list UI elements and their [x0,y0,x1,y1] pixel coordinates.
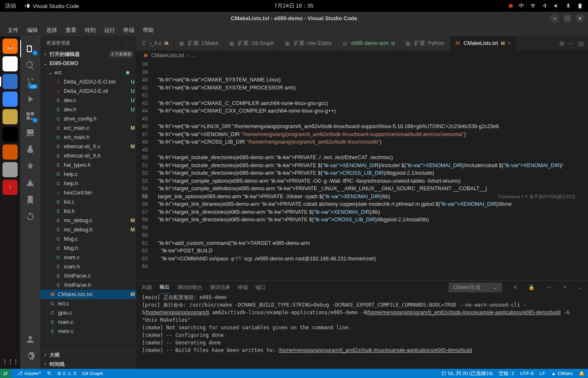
tab-扩展: CMake[interactable]: ⊞扩展: CMake [174,36,224,50]
menu-查看[interactable]: 查看 [62,26,80,35]
git-graph-button[interactable]: Git Graph [82,371,103,376]
indentation[interactable]: 空格: 2 [499,370,514,377]
menu-运行[interactable]: 运行 [101,26,118,35]
tab-扩展: Git Graph[interactable]: ⊞扩展: Git Graph [224,36,280,50]
outline-section[interactable]: › 大纲 [40,350,136,360]
launcher-app3[interactable] [3,144,18,160]
cursor-position[interactable]: 行 55, 列 20 (已选择19) [441,370,493,377]
launcher-editor[interactable] [3,92,18,107]
activity-explorer[interactable]: 1 [20,40,40,57]
panel-tab-调试控制台[interactable]: 调试控制台 [177,281,202,294]
encoding[interactable]: UTF-8 [520,371,534,376]
panel-tab-端口[interactable]: 端口 [255,281,265,294]
launcher-chrome[interactable] [3,56,18,71]
activity-account[interactable] [20,331,40,348]
activity-bookmark[interactable] [20,192,40,208]
open-editors-section[interactable]: › 打开的编辑器 1 个未保存 [40,50,136,59]
maximize-button[interactable]: □ [563,13,572,23]
file-drive_config.h[interactable]: Cdrive_config.h [40,114,136,123]
system-clock[interactable]: 7月24日 18：35 [79,2,509,10]
activity-scm[interactable]: 139 [20,74,40,91]
tab-i_X.c[interactable]: Ci_X.cM [136,36,174,50]
file-ect_main.c[interactable]: Cect_main.cM [40,123,136,133]
file-help.h[interactable]: Chelp.h [40,179,136,188]
panel-tab-终端[interactable]: 终端 [238,281,248,294]
activity-debug[interactable] [20,91,40,108]
file-XmlParse.c[interactable]: CXmlParse.c [40,271,136,281]
mic-icon[interactable] [565,3,571,9]
launcher-app1[interactable] [3,109,18,124]
remote-indicator[interactable]: ⇄ [0,369,11,378]
menu-转到[interactable]: 转到 [81,26,99,35]
file-list.c[interactable]: Clist.c [40,197,136,207]
timeline-section[interactable]: › 时间线 [40,360,136,369]
folder-ect[interactable]: ⌄ ect [40,68,136,77]
problems-count[interactable]: ⊘ 0 ⚠ 0 [57,370,76,376]
launcher-app2[interactable] [3,127,18,142]
file-hexConf.bin[interactable]: ≡hexConf.bin [40,188,136,197]
file-XmlParse.h[interactable]: CXmlParse.h [40,281,136,290]
activity-ai[interactable] [20,158,40,175]
file-gpio.c[interactable]: Cgpio.c [40,308,136,318]
file-mem.c[interactable]: Cmem.c [40,327,136,336]
panel-tab-测试结果[interactable]: 测试结果 [210,281,230,294]
activity-remote[interactable] [20,124,40,141]
panel-tab-问题[interactable]: 问题 [142,281,152,294]
file-main.c[interactable]: Cmain.c [40,318,136,327]
activity-testing[interactable] [20,141,40,158]
menu-终端[interactable]: 终端 [120,26,138,35]
output-body[interactable]: [main] 正在配置项目: e085-demo [proc] 执行命令: /u… [136,294,588,369]
menu-帮助[interactable]: 帮助 [139,26,157,35]
more-icon[interactable]: ⋯ [546,284,551,290]
wifi-icon[interactable] [530,3,536,9]
activity-settings[interactable] [20,348,40,365]
launcher-files[interactable] [3,162,18,177]
eol[interactable]: LF [540,371,545,376]
sync-button[interactable]: ↻ [47,370,51,376]
file-hal_types.h[interactable]: Chal_types.h [40,160,136,170]
file-Delta_ASDA2-E.xti[interactable]: ≡Delta_ASDA2-E.xtiU [40,87,136,96]
list-icon[interactable]: ≡ [514,284,517,290]
minimize-button[interactable]: – [550,13,559,23]
close-icon[interactable]: × [563,284,566,290]
git-branch[interactable]: ⎇ master* [17,370,41,376]
close-tab-icon[interactable]: × [508,40,511,46]
tab-e085-demo-arm[interactable]: ⊙e085-demo-armU [337,36,400,50]
tab-扩展: Hex Editor[interactable]: ⊞扩展: Hex Editor [280,36,337,50]
file-ect.c[interactable]: Cect.c [40,299,136,308]
file-Msg.c[interactable]: CMsg.c [40,234,136,244]
activity-refresh[interactable] [20,208,40,225]
file-dev.h[interactable]: Cdev.hU [40,105,136,114]
file-ect_main.h[interactable]: Cect_main.h [40,133,136,142]
file-help.c[interactable]: Chelp.c [40,170,136,179]
file-ethercat-xti_X.c[interactable]: Cethercat-xti_X.cM [40,142,136,151]
activity-cmake[interactable] [20,175,40,192]
activities-label[interactable]: 活动 [5,2,16,10]
file-list.h[interactable]: Clist.h [40,207,136,216]
close-button[interactable]: × [575,13,585,23]
menu-编辑[interactable]: 编辑 [24,26,41,35]
code-content[interactable]: "tk-fn">set("tk-var">CMAKE_SYSTEM_NAME L… [155,60,588,281]
code-editor[interactable]: 3839404142434445464748495051525354555657… [136,60,588,281]
launcher-apps-grid[interactable]: ⋮⋮⋮ [3,354,18,369]
language-mode[interactable]: ▲ CMake [551,371,573,376]
launcher-vscode[interactable] [3,74,18,89]
tab-CMakeLists.txt[interactable]: MCMakeLists.txtM× [450,36,516,50]
sidebar-more-icon[interactable]: ⋯ [126,40,131,46]
tab-扩展: Python[interactable]: ⊞扩展: Python [400,36,450,50]
panel-tab-输出[interactable]: 输出 [160,281,170,294]
file-CMakeLists.txt[interactable]: MCMakeLists.txtM [40,290,136,299]
split-icon[interactable]: ▯▯ [578,40,584,47]
activity-search[interactable] [20,57,40,74]
volume-icon[interactable] [554,3,559,9]
file-sram.h[interactable]: Csram.h [40,262,136,271]
breadcrumb[interactable]: M CMakeLists.txt › … [136,50,588,60]
menu-文件[interactable]: 文件 [4,26,22,35]
notifications-bell-icon[interactable]: 🔔 [579,370,585,376]
battery-icon[interactable] [577,3,583,9]
app-indicator[interactable]: Visual Studio Code [24,3,79,9]
launcher-firefox[interactable]: 🦊 [3,39,18,54]
file-mc_debug.c[interactable]: Cmc_debug.cM [40,216,136,225]
compare-icon[interactable]: ⊟ [559,40,564,47]
lock-icon[interactable]: 🔒 [528,284,535,290]
